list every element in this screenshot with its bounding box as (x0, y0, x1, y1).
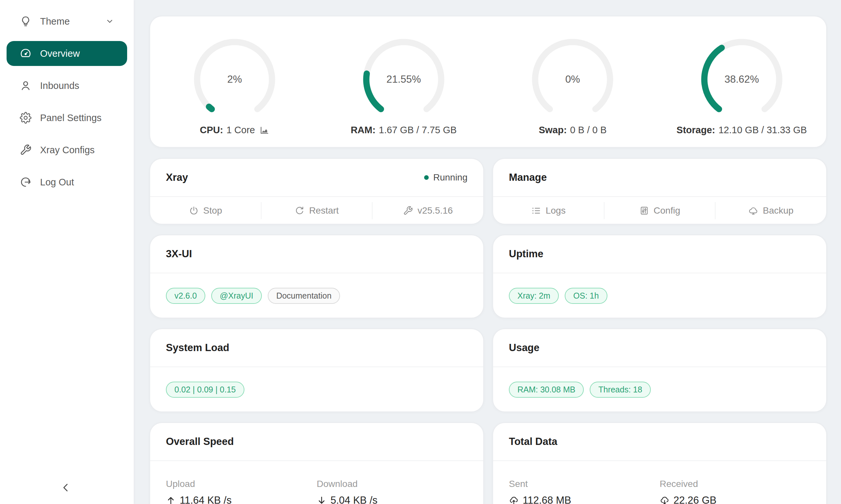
cloud-download-icon (660, 496, 670, 504)
usage-card-header: Usage (493, 329, 826, 366)
stop-button[interactable]: Stop (150, 197, 261, 224)
xui-badges: v2.6.0 @XrayUI Documentation (150, 273, 483, 318)
swap-percent: 0% (530, 37, 615, 122)
os-uptime-badge: OS: 1h (565, 288, 607, 304)
gear-icon (20, 112, 32, 124)
storage-label-prefix: Storage: (676, 125, 715, 136)
logs-label: Logs (546, 205, 566, 216)
overall-speed-card: Overall Speed Upload 11.64 KB /s Downloa… (150, 422, 484, 504)
sidebar-collapse-button[interactable] (53, 479, 78, 496)
swap-gauge: 0% Swap: 0 B / 0 B (488, 37, 657, 147)
swap-label-value: 0 B / 0 B (570, 125, 606, 136)
chevron-down-icon (105, 17, 114, 25)
list-icon (531, 206, 541, 216)
total-data-stats: Sent 112.68 MB Received 22.26 GB (493, 461, 826, 504)
sidebar-item-label: Theme (40, 16, 70, 27)
uptime-card: Uptime Xray: 2m OS: 1h (493, 235, 827, 318)
version-badge[interactable]: v2.6.0 (166, 288, 205, 304)
sidebar-item-theme[interactable]: Theme (6, 9, 127, 34)
received-value: 22.26 GB (660, 494, 810, 504)
arrow-up-icon (166, 496, 176, 504)
total-data-card-title: Total Data (509, 436, 557, 448)
xray-version-button[interactable]: v25.5.16 (373, 197, 483, 224)
logout-icon (20, 176, 32, 188)
sidebar-item-panel-settings[interactable]: Panel Settings (6, 105, 127, 130)
speed-stats: Upload 11.64 KB /s Download 5.04 KB /s (150, 461, 483, 504)
arrow-down-icon (317, 496, 327, 504)
sidebar-item-label: Panel Settings (40, 112, 102, 123)
backup-button[interactable]: Backup (716, 197, 826, 224)
xray-card-header: Xray Running (150, 159, 483, 196)
system-load-card: System Load 0.02 | 0.09 | 0.15 (150, 328, 484, 412)
upload-value-text: 11.64 KB /s (180, 494, 231, 504)
sidebar-item-xray-configs[interactable]: Xray Configs (6, 138, 127, 162)
stop-label: Stop (203, 205, 222, 216)
download-label: Download (317, 479, 467, 489)
xui-card-title: 3X-UI (166, 248, 192, 260)
usage-badges: RAM: 30.08 MB Threads: 18 (493, 367, 826, 412)
reload-icon (295, 206, 305, 216)
sidebar-item-inbounds[interactable]: Inbounds (6, 73, 127, 98)
upload-stat: Upload 11.64 KB /s (166, 479, 317, 504)
status-dot (424, 175, 429, 180)
sidebar: Theme Overview Inbounds Panel Settings X… (0, 0, 134, 504)
ram-usage-badge: RAM: 30.08 MB (509, 382, 584, 398)
received-label: Received (660, 479, 810, 489)
restart-button[interactable]: Restart (261, 197, 372, 224)
manage-card-header: Manage (493, 159, 826, 196)
main-content: 2% CPU: 1 Core 21.55% RAM: (134, 0, 841, 504)
sent-value: 112.68 MB (509, 494, 660, 504)
system-load-badges: 0.02 | 0.09 | 0.15 (150, 367, 483, 412)
wrench-icon (403, 206, 413, 216)
total-data-card: Total Data Sent 112.68 MB Received (493, 422, 827, 504)
logs-button[interactable]: Logs (493, 197, 604, 224)
ram-label-prefix: RAM: (350, 125, 376, 136)
ram-gauge-ring: 21.55% (361, 37, 446, 122)
sidebar-item-overview[interactable]: Overview (6, 41, 127, 66)
upload-label: Upload (166, 479, 317, 489)
cards-grid: Xray Running Stop Restart (150, 158, 827, 504)
xray-version-label: v25.5.16 (417, 205, 453, 216)
storage-label: Storage: 12.10 GB / 31.33 GB (676, 125, 807, 136)
storage-gauge: 38.62% Storage: 12.10 GB / 31.33 GB (657, 37, 826, 147)
documentation-badge[interactable]: Documentation (268, 288, 340, 304)
backup-label: Backup (763, 205, 793, 216)
sliders-icon (639, 206, 649, 216)
power-icon (189, 206, 199, 216)
sidebar-item-label: Xray Configs (40, 145, 95, 156)
user-icon (20, 80, 32, 92)
received-stat: Received 22.26 GB (660, 479, 810, 504)
chevron-left-icon (60, 482, 71, 493)
xray-card: Xray Running Stop Restart (150, 158, 484, 224)
storage-percent: 38.62% (699, 37, 785, 122)
wrench-icon (20, 144, 32, 156)
sidebar-nav: Theme Overview Inbounds Panel Settings X… (0, 0, 134, 195)
manage-card: Manage Logs Config Ba (493, 158, 827, 224)
dashboard-icon (20, 48, 32, 59)
cpu-label-prefix: CPU: (200, 125, 223, 136)
xui-card: 3X-UI v2.6.0 @XrayUI Documentation (150, 235, 484, 318)
restart-label: Restart (309, 205, 339, 216)
area-chart-icon[interactable] (259, 125, 269, 136)
bulb-icon (20, 15, 32, 27)
storage-label-value: 12.10 GB / 31.33 GB (719, 125, 807, 136)
overall-speed-card-title: Overall Speed (166, 436, 234, 448)
xrayui-badge[interactable]: @XrayUI (211, 288, 262, 304)
load-average-badge: 0.02 | 0.09 | 0.15 (166, 382, 244, 398)
cpu-label: CPU: 1 Core (200, 125, 269, 136)
sidebar-item-label: Inbounds (40, 80, 79, 91)
usage-card: Usage RAM: 30.08 MB Threads: 18 (493, 328, 827, 412)
sent-stat: Sent 112.68 MB (509, 479, 660, 504)
swap-label-prefix: Swap: (539, 125, 567, 136)
total-data-card-header: Total Data (493, 423, 826, 461)
swap-gauge-ring: 0% (530, 37, 615, 122)
ram-percent: 21.55% (361, 37, 446, 122)
uptime-badges: Xray: 2m OS: 1h (493, 273, 826, 318)
system-load-card-header: System Load (150, 329, 483, 366)
sidebar-item-label: Overview (40, 48, 80, 59)
storage-gauge-ring: 38.62% (699, 37, 785, 122)
sidebar-item-log-out[interactable]: Log Out (6, 169, 127, 195)
config-button[interactable]: Config (604, 197, 715, 224)
xray-status: Running (424, 172, 467, 183)
ram-gauge: 21.55% RAM: 1.67 GB / 7.75 GB (319, 37, 488, 147)
